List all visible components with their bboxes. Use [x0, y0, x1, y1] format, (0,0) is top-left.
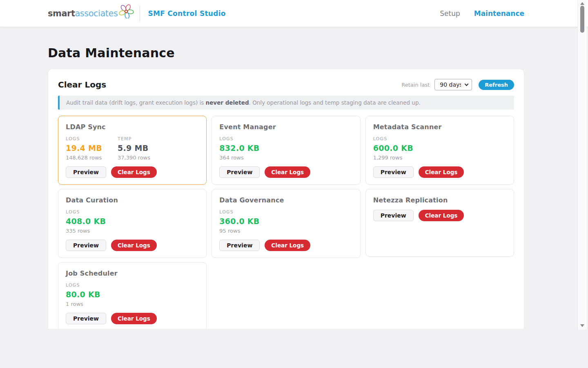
card-actions: Preview Clear Logs: [66, 166, 199, 178]
service-card: Data Governance LOGS 360.0 KB 95 rows Pr…: [212, 189, 360, 258]
card-stats: LOGS 19.4 MB 148,628 rows TEMP 5.9 MB 37…: [66, 136, 199, 161]
preview-button[interactable]: Preview: [66, 166, 106, 178]
stat-value: 19.4 MB: [66, 144, 102, 153]
preview-button[interactable]: Preview: [219, 240, 260, 251]
scrollbar-thumb[interactable]: [580, 6, 584, 33]
card-title: Job Scheduler: [66, 269, 199, 277]
top-bar: smartassociates SMF Control: [0, 0, 588, 27]
stat-label: LOGS: [219, 136, 259, 141]
brand[interactable]: smartassociates SMF Control: [48, 6, 226, 21]
stat-block: LOGS 360.0 KB 95 rows: [219, 209, 259, 234]
card-stats: LOGS 832.0 KB 364 rows: [219, 136, 352, 161]
stat-rows: 335 rows: [66, 228, 106, 234]
stat-rows: 148,628 rows: [66, 155, 102, 161]
preview-button[interactable]: Preview: [66, 240, 106, 251]
notice-text: Audit trail data (drift logs, grant exec…: [66, 99, 206, 106]
page-title: Data Maintenance: [48, 46, 524, 60]
service-card: Event Manager LOGS 832.0 KB 364 rows Pre…: [212, 116, 360, 185]
card-actions: Preview Clear Logs: [66, 313, 199, 324]
retain-select-wrap: 90 days: [434, 79, 472, 90]
preview-button[interactable]: Preview: [373, 166, 414, 178]
clear-logs-panel: Clear Logs Retain last 90 days Refresh A…: [48, 69, 524, 329]
retain-last-label: Retain last: [401, 82, 430, 88]
nav-setup[interactable]: Setup: [440, 9, 460, 18]
scroll-up-arrow-icon[interactable]: [580, 2, 584, 5]
retain-select[interactable]: 90 days: [434, 79, 472, 90]
stat-rows: 364 rows: [219, 155, 259, 161]
service-card: Data Curation LOGS 408.0 KB 335 rows Pre…: [58, 189, 207, 258]
card-actions: Preview Clear Logs: [219, 240, 352, 251]
brand-divider: [140, 6, 140, 21]
scroll-down-arrow-icon[interactable]: [580, 324, 584, 327]
clear-logs-button[interactable]: Clear Logs: [111, 166, 157, 178]
service-card: Netezza Replication Preview Clear Logs: [365, 189, 514, 257]
service-card: Metadata Scanner LOGS 600.0 KB 1,299 row…: [365, 116, 514, 185]
brand-logo-text: smartassociates: [48, 9, 118, 18]
panel-title: Clear Logs: [58, 80, 106, 90]
card-title: Data Curation: [66, 196, 199, 204]
stat-block: LOGS 408.0 KB 335 rows: [66, 209, 106, 234]
notice-text: . Only operational logs and temp staging…: [249, 99, 421, 106]
card-title: LDAP Sync: [66, 123, 199, 131]
card-title: Metadata Scanner: [373, 123, 506, 131]
card-stats: LOGS 408.0 KB 335 rows: [66, 209, 199, 234]
brand-flower-icon: [118, 3, 134, 20]
clear-logs-button[interactable]: Clear Logs: [111, 240, 157, 251]
card-title: Event Manager: [219, 123, 352, 131]
card-stats: LOGS 80.0 KB 1 rows: [66, 283, 199, 307]
cards-grid: LDAP Sync LOGS 19.4 MB 148,628 rows TEMP…: [58, 116, 514, 329]
stat-rows: 37,390 rows: [118, 155, 150, 161]
nav-maintenance[interactable]: Maintenance: [474, 9, 524, 18]
clear-logs-button[interactable]: Clear Logs: [111, 313, 157, 324]
preview-button[interactable]: Preview: [66, 313, 106, 324]
stat-label: TEMP: [118, 136, 150, 141]
stat-label: LOGS: [66, 209, 106, 215]
panel-header: Clear Logs Retain last 90 days Refresh: [58, 79, 514, 90]
preview-button[interactable]: Preview: [219, 166, 260, 178]
service-card: LDAP Sync LOGS 19.4 MB 148,628 rows TEMP…: [58, 116, 207, 185]
top-nav: Setup Maintenance: [440, 9, 524, 18]
stat-label: LOGS: [219, 209, 259, 215]
clear-logs-button[interactable]: Clear Logs: [265, 240, 310, 251]
stat-value: 408.0 KB: [66, 217, 106, 226]
card-title: Data Governance: [219, 196, 352, 204]
card-stats: LOGS 360.0 KB 95 rows: [219, 209, 352, 234]
card-actions: Preview Clear Logs: [373, 166, 506, 178]
stat-label: LOGS: [373, 136, 413, 141]
browser-viewport: smartassociates SMF Control: [0, 0, 588, 329]
clear-logs-button[interactable]: Clear Logs: [419, 166, 464, 178]
refresh-button[interactable]: Refresh: [479, 80, 514, 90]
stat-block: LOGS 600.0 KB 1,299 rows: [373, 136, 413, 161]
stat-block: LOGS 80.0 KB 1 rows: [66, 283, 100, 307]
stat-value: 600.0 KB: [373, 144, 413, 153]
service-card: Job Scheduler LOGS 80.0 KB 1 rows Previe…: [58, 262, 207, 329]
clear-logs-button[interactable]: Clear Logs: [265, 166, 310, 178]
stat-label: LOGS: [66, 283, 100, 288]
notice-bold-text: never deleted: [206, 99, 249, 106]
card-actions: Preview Clear Logs: [373, 210, 506, 221]
stat-value: 832.0 KB: [219, 144, 259, 153]
stat-rows: 1,299 rows: [373, 155, 413, 161]
stat-value: 80.0 KB: [66, 290, 100, 299]
card-title: Netezza Replication: [373, 196, 506, 204]
stat-block: LOGS 832.0 KB 364 rows: [219, 136, 259, 161]
card-stats: LOGS 600.0 KB 1,299 rows: [373, 136, 506, 161]
stat-rows: 1 rows: [66, 301, 100, 307]
main-content: Data Maintenance Clear Logs Retain last …: [48, 46, 524, 329]
card-actions: Preview Clear Logs: [219, 166, 352, 178]
stat-label: LOGS: [66, 136, 102, 141]
app-title: SMF Control Studio: [148, 9, 225, 18]
stat-block: LOGS 19.4 MB 148,628 rows: [66, 136, 102, 161]
clear-logs-button[interactable]: Clear Logs: [419, 210, 464, 221]
card-actions: Preview Clear Logs: [66, 240, 199, 251]
preview-button[interactable]: Preview: [373, 210, 414, 221]
audit-notice: Audit trail data (drift logs, grant exec…: [58, 96, 514, 110]
stat-value: 360.0 KB: [219, 217, 259, 226]
stat-value: 5.9 MB: [118, 144, 150, 153]
stat-rows: 95 rows: [219, 228, 259, 234]
stat-block: TEMP 5.9 MB 37,390 rows: [118, 136, 150, 161]
scrollbar[interactable]: [577, 0, 587, 330]
